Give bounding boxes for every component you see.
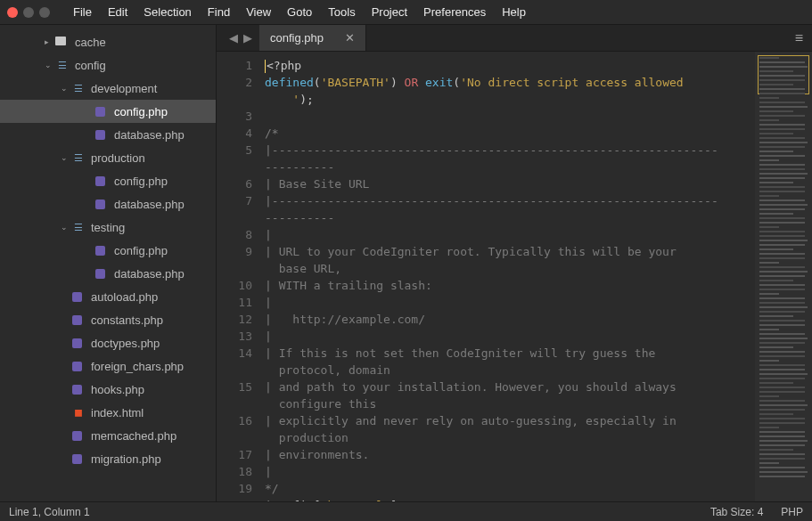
- tree-item-doctypes-php[interactable]: doctypes.php: [0, 331, 216, 354]
- tree-item-migration-php[interactable]: migration.php: [0, 447, 216, 470]
- folder-icon: [55, 36, 70, 48]
- folder-icon: ☰: [71, 222, 86, 233]
- chevron-down-icon: ⌄: [45, 61, 53, 69]
- minimap-lines: [759, 57, 808, 480]
- file-tree: ▸cache⌄☰config⌄☰developmentconfig.phpdat…: [0, 25, 216, 470]
- tree-item-testing[interactable]: ⌄☰testing: [0, 216, 216, 239]
- php-file-icon: [71, 313, 86, 326]
- menu-goto[interactable]: Goto: [280, 2, 319, 22]
- tab-nav-back-icon[interactable]: ◀: [229, 31, 238, 45]
- tree-item-foreign-chars-php[interactable]: foreign_chars.php: [0, 354, 216, 378]
- status-language[interactable]: PHP: [781, 506, 803, 518]
- window-controls: [7, 7, 50, 18]
- tab-history-nav: ◀ ▶: [222, 25, 259, 51]
- chevron-down-icon: ⌄: [61, 84, 70, 93]
- tree-item-label: index.html: [91, 406, 144, 419]
- status-bar: Line 1, Column 1 Tab Size: 4 PHP: [0, 501, 812, 521]
- tab-spacer: [366, 25, 786, 51]
- chevron-down-icon: ⌄: [61, 153, 70, 162]
- tree-item-label: config.php: [114, 175, 168, 188]
- tree-item-index-html[interactable]: ◼index.html: [0, 401, 216, 424]
- tree-item-label: foreign_chars.php: [91, 360, 184, 373]
- tree-item-label: doctypes.php: [91, 337, 160, 350]
- tree-item-label: database.php: [114, 198, 185, 211]
- php-file-icon: [94, 267, 109, 280]
- tree-item-database-php[interactable]: database.php: [0, 192, 216, 216]
- tree-item-label: testing: [91, 221, 125, 234]
- menu-icon[interactable]: ≡: [786, 25, 812, 51]
- status-tab-size[interactable]: Tab Size: 4: [710, 506, 763, 518]
- php-file-icon: [71, 452, 86, 465]
- minimap[interactable]: [755, 52, 812, 501]
- tree-item-label: database.php: [114, 267, 185, 281]
- tab-nav-forward-icon[interactable]: ▶: [243, 31, 252, 45]
- zoom-window-icon[interactable]: [39, 7, 50, 18]
- tree-item-constants-php[interactable]: constants.php: [0, 308, 216, 331]
- code-editor[interactable]: 12 345 67 89 1011121314 15 16 17181920 <…: [217, 52, 812, 501]
- php-file-icon: [94, 128, 109, 141]
- menu-find[interactable]: Find: [201, 2, 237, 22]
- php-file-icon: [94, 244, 109, 256]
- tree-item-label: development: [91, 82, 157, 95]
- menu-items: FileEditSelectionFindViewGotoToolsProjec…: [66, 2, 533, 22]
- php-file-icon: [71, 360, 86, 372]
- status-cursor-pos[interactable]: Line 1, Column 1: [9, 506, 710, 518]
- menubar: FileEditSelectionFindViewGotoToolsProjec…: [0, 0, 812, 25]
- editor-area: ◀ ▶ config.php ✕ ≡ 12 345 67 89 10111213…: [217, 25, 812, 501]
- menu-edit[interactable]: Edit: [101, 2, 135, 22]
- tab-bar: ◀ ▶ config.php ✕ ≡: [217, 25, 812, 52]
- tree-item-label: cache: [75, 36, 106, 49]
- tree-item-config-php[interactable]: config.php: [0, 239, 216, 262]
- gutter: 12 345 67 89 1011121314 15 16 17181920: [217, 52, 261, 501]
- php-file-icon: [71, 383, 86, 395]
- tree-item-label: constants.php: [91, 313, 163, 327]
- chevron-down-icon: ⌄: [61, 223, 70, 232]
- minimize-window-icon[interactable]: [23, 7, 34, 18]
- tree-item-database-php[interactable]: database.php: [0, 123, 216, 146]
- menu-project[interactable]: Project: [365, 2, 414, 22]
- tree-item-config[interactable]: ⌄☰config: [0, 53, 216, 77]
- php-file-icon: [94, 175, 109, 187]
- folder-icon: ☰: [71, 152, 86, 164]
- php-file-icon: [94, 198, 109, 210]
- menu-selection[interactable]: Selection: [136, 2, 198, 22]
- menu-view[interactable]: View: [239, 2, 278, 22]
- tree-item-label: memcached.php: [91, 429, 176, 443]
- php-file-icon: [94, 105, 109, 118]
- tree-item-label: config: [75, 59, 106, 72]
- menu-preferences[interactable]: Preferences: [416, 2, 493, 22]
- tree-item-hooks-php[interactable]: hooks.php: [0, 378, 216, 401]
- tree-item-label: config.php: [114, 244, 168, 257]
- html-file-icon: ◼: [71, 406, 86, 419]
- php-file-icon: [71, 429, 86, 442]
- tree-item-label: config.php: [114, 105, 168, 118]
- chevron-right-icon: ▸: [45, 37, 53, 46]
- tree-item-cache[interactable]: ▸cache: [0, 30, 216, 53]
- tree-item-label: database.php: [114, 128, 185, 142]
- tree-item-memcached-php[interactable]: memcached.php: [0, 424, 216, 447]
- tree-item-database-php[interactable]: database.php: [0, 262, 216, 285]
- menu-file[interactable]: File: [66, 2, 99, 22]
- tree-item-label: hooks.php: [91, 383, 144, 396]
- php-file-icon: [71, 290, 86, 303]
- code-content[interactable]: <?phpdefined('BASEPATH') OR exit('No dir…: [261, 52, 755, 501]
- close-window-icon[interactable]: [7, 7, 18, 18]
- close-tab-icon[interactable]: ✕: [345, 31, 355, 45]
- tree-item-development[interactable]: ⌄☰development: [0, 77, 216, 100]
- folder-icon: ☰: [55, 60, 70, 71]
- tree-item-label: production: [91, 151, 145, 165]
- php-file-icon: [71, 337, 86, 349]
- workspace: ▸cache⌄☰config⌄☰developmentconfig.phpdat…: [0, 25, 812, 501]
- tree-item-label: migration.php: [91, 452, 161, 466]
- tab-label: config.php: [270, 31, 324, 45]
- menu-tools[interactable]: Tools: [321, 2, 362, 22]
- tree-item-autoload-php[interactable]: autoload.php: [0, 285, 216, 308]
- tab-config-php[interactable]: config.php ✕: [259, 25, 366, 51]
- sidebar[interactable]: ▸cache⌄☰config⌄☰developmentconfig.phpdat…: [0, 25, 217, 501]
- tree-item-config-php[interactable]: config.php: [0, 169, 216, 192]
- tree-item-config-php[interactable]: config.php: [0, 100, 216, 123]
- tree-item-label: autoload.php: [91, 290, 158, 304]
- folder-icon: ☰: [71, 83, 86, 94]
- tree-item-production[interactable]: ⌄☰production: [0, 146, 216, 169]
- menu-help[interactable]: Help: [495, 2, 533, 22]
